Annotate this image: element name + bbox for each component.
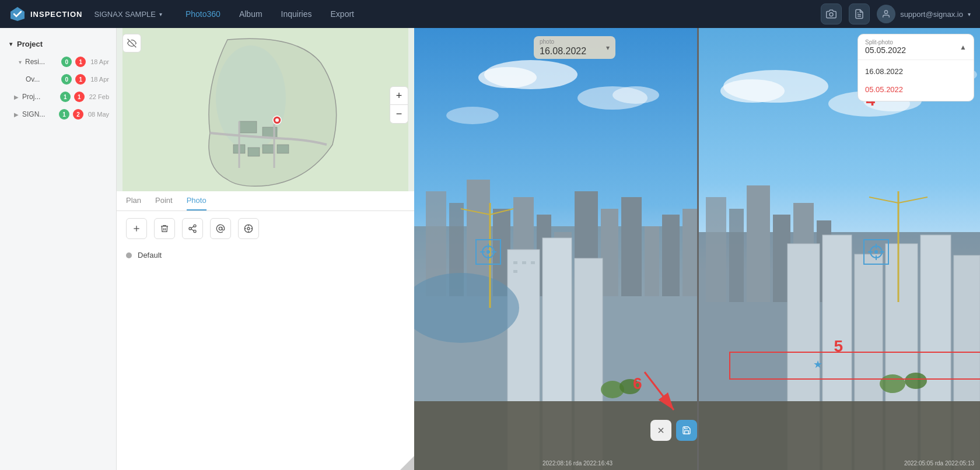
svg-point-4 — [884, 10, 887, 13]
map-zoom-out-button[interactable]: − — [390, 105, 408, 124]
star-icon: ★ — [813, 358, 822, 371]
side-panel: + − — [117, 28, 414, 470]
split-photo-options: 16.08.2022 05.05.2022 — [858, 60, 974, 101]
tab-photo[interactable]: Photo — [187, 196, 206, 211]
svg-rect-51 — [601, 209, 618, 296]
svg-rect-12 — [262, 145, 274, 153]
split-photo-selected-date: 05.05.2022 — [865, 45, 906, 55]
brand-text: SIGNAX SAMPLE — [94, 10, 155, 19]
svg-point-20 — [194, 230, 196, 233]
panel-toolbar — [117, 211, 414, 246]
sidebar-item-sign[interactable]: ▶ SIGN... 1 2 08 May — [0, 106, 116, 123]
sidebar-item-proj-date: 22 Feb — [89, 93, 109, 100]
sidebar: ▾ Project ▾ Resi... 0 1 18 Apr Ov... 0 1… — [0, 28, 117, 470]
default-label: Default — [138, 251, 162, 259]
svg-point-1 — [830, 13, 833, 16]
user-menu[interactable]: support@signax.io ▾ — [877, 5, 971, 23]
svg-line-102 — [645, 372, 674, 410]
default-dot-icon — [126, 252, 132, 258]
logo-icon — [9, 6, 26, 22]
add-button[interactable] — [126, 218, 147, 239]
nav-export[interactable]: Export — [331, 9, 354, 19]
svg-marker-0 — [10, 7, 24, 21]
split-photo-panel: Split-photo 05.05.2022 ▲ 16.08.2022 05.0… — [858, 34, 974, 101]
crosshair-left-icon — [479, 243, 498, 261]
sidebar-item-chevron-icon: ▾ — [19, 59, 22, 65]
split-photo-option-1[interactable]: 16.08.2022 — [858, 62, 974, 80]
annotation-number-6: 6 — [633, 374, 642, 393]
sidebar-chevron-icon: ▾ — [9, 41, 12, 47]
sidebar-item-resi-date: 18 Apr — [90, 58, 109, 65]
svg-rect-13 — [277, 145, 289, 153]
crosshair-right[interactable] — [863, 239, 889, 265]
sidebar-item-resi[interactable]: ▾ Resi... 0 1 18 Apr — [0, 53, 116, 71]
badge-ov-red: 1 — [75, 74, 86, 85]
badge-proj-red: 1 — [74, 92, 85, 102]
svg-point-23 — [219, 227, 222, 230]
document-button[interactable] — [849, 3, 870, 24]
svg-rect-60 — [522, 261, 526, 264]
badge-sign-red: 2 — [73, 109, 83, 120]
annotation-controls — [650, 420, 697, 441]
map-hide-button[interactable] — [123, 34, 141, 52]
svg-rect-59 — [513, 261, 517, 264]
svg-rect-70 — [747, 185, 770, 302]
svg-rect-53 — [645, 226, 659, 296]
map-container: + − — [117, 28, 414, 191]
sidebar-item-proj-name: Proj... — [22, 93, 57, 101]
timestamp-left: 2022:08:16 rda 2022:16:43 — [542, 460, 612, 467]
sidebar-item-resi-name: Resi... — [25, 58, 58, 66]
main-nav-links: Photo360 Album Inquiries Export — [186, 9, 354, 19]
split-photo-header[interactable]: Split-photo 05.05.2022 ▲ — [858, 34, 974, 60]
default-item: Default — [117, 246, 414, 264]
map-svg — [117, 28, 414, 191]
svg-rect-61 — [531, 261, 535, 264]
badge-sign-green: 1 — [59, 109, 69, 120]
nav-photo360[interactable]: Photo360 — [186, 9, 220, 19]
delete-button[interactable] — [154, 218, 175, 239]
svg-point-19 — [189, 227, 191, 230]
sidebar-item-proj[interactable]: ▶ Proj... 1 1 22 Feb — [0, 88, 116, 106]
logo-text: INSPECTION — [30, 10, 82, 19]
locate-button[interactable] — [238, 218, 259, 239]
annotation-cancel-button[interactable] — [650, 420, 671, 441]
user-avatar — [877, 5, 895, 23]
svg-rect-8 — [239, 121, 257, 133]
panel-corner — [400, 456, 414, 470]
svg-point-36 — [446, 107, 499, 124]
svg-rect-68 — [706, 197, 726, 302]
svg-rect-52 — [621, 197, 642, 296]
crosshair-right-box — [863, 239, 889, 265]
annotation-save-button[interactable] — [676, 420, 697, 441]
sidebar-item-sign-name: SIGN... — [22, 110, 55, 118]
nav-inquiries[interactable]: Inquiries — [281, 9, 312, 19]
map-zoom-in-button[interactable]: + — [390, 86, 408, 105]
mention-button[interactable] — [210, 218, 231, 239]
top-right-actions: support@signax.io ▾ — [821, 3, 971, 24]
main-layout: ▾ Project ▾ Resi... 0 1 18 Apr Ov... 0 1… — [0, 28, 980, 470]
panel-tabs: Plan Point Photo — [117, 191, 414, 211]
svg-line-22 — [191, 226, 194, 228]
annotation-number-5: 5 — [834, 337, 843, 356]
split-photo-option-2[interactable]: 05.05.2022 — [858, 80, 974, 99]
badge-resi-green: 0 — [61, 57, 72, 67]
nav-album[interactable]: Album — [239, 9, 262, 19]
badge-proj-green: 1 — [60, 92, 71, 102]
tab-plan[interactable]: Plan — [126, 196, 141, 211]
crosshair-left[interactable] — [475, 239, 501, 265]
sidebar-item-ov[interactable]: Ov... 0 1 18 Apr — [0, 71, 116, 88]
brand-selector[interactable]: SIGNAX SAMPLE ▾ — [94, 10, 162, 19]
svg-rect-54 — [662, 215, 680, 296]
photo-date-selector[interactable]: photo 16.08.2022 ▾ — [534, 36, 615, 59]
camera-button[interactable] — [821, 3, 842, 24]
split-photo-chevron-icon: ▲ — [960, 43, 967, 51]
crosshair-left-box — [475, 239, 501, 265]
tab-point[interactable]: Point — [155, 196, 173, 211]
sidebar-header[interactable]: ▾ Project — [0, 35, 116, 53]
svg-point-15 — [275, 118, 279, 122]
svg-point-94 — [487, 250, 490, 254]
crosshair-right-icon — [867, 243, 886, 261]
user-chevron-icon: ▾ — [968, 11, 971, 17]
photo-date: 16.08.2022 — [540, 46, 586, 57]
share-button[interactable] — [182, 218, 203, 239]
